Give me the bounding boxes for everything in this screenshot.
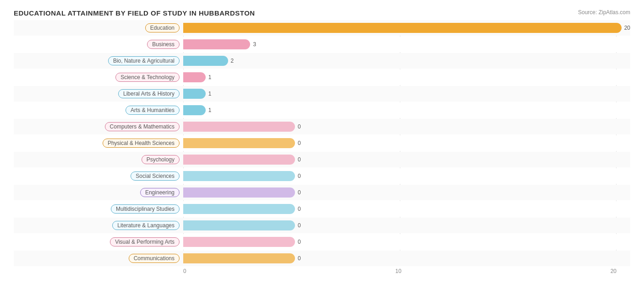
bar-label-pill: Liberal Arts & History <box>118 89 180 98</box>
bar-track: 1 <box>183 72 630 82</box>
bar-fill <box>183 105 206 115</box>
bar-fill <box>183 220 295 230</box>
bar-track: 0 <box>183 253 630 263</box>
bar-label-pill: Science & Technology <box>115 73 180 82</box>
bar-label-pill: Physical & Health Sciences <box>103 139 180 148</box>
bar-fill <box>183 72 206 82</box>
bar-row: Business3 <box>14 37 630 52</box>
bar-label-pill: Literature & Languages <box>112 221 180 230</box>
bar-value: 0 <box>298 189 301 196</box>
bar-track: 0 <box>183 138 630 148</box>
chart-title: EDUCATIONAL ATTAINMENT BY FIELD OF STUDY… <box>14 9 255 17</box>
bar-fill <box>183 237 295 247</box>
bar-row: Science & Technology1 <box>14 70 630 85</box>
bar-value: 2 <box>231 58 234 64</box>
bar-label-pill: Social Sciences <box>131 171 180 181</box>
x-axis-tick: 20 <box>611 268 617 274</box>
bar-track: 1 <box>183 89 630 99</box>
bar-label-pill: Visual & Performing Arts <box>110 237 180 246</box>
bar-track: 20 <box>183 23 630 33</box>
bar-label-pill: Education <box>145 23 180 32</box>
bar-label-pill: Psychology <box>142 155 180 164</box>
bar-track: 0 <box>183 220 630 230</box>
bar-track: 0 <box>183 187 630 198</box>
bar-label-pill: Arts & Humanities <box>126 106 180 115</box>
bar-track: 1 <box>183 105 630 115</box>
bar-track: 0 <box>183 204 630 214</box>
bar-track: 0 <box>183 237 630 247</box>
bar-value: 0 <box>298 206 301 212</box>
bar-row: Social Sciences0 <box>14 168 630 184</box>
bar-fill <box>183 89 206 99</box>
bar-value: 20 <box>624 25 630 31</box>
bar-value: 0 <box>298 255 301 262</box>
chart-area: Education20Business3Bio, Nature & Agricu… <box>14 20 630 266</box>
bar-value: 1 <box>208 107 212 113</box>
bar-row: Psychology0 <box>14 152 630 167</box>
bar-fill <box>183 56 228 66</box>
bar-row: Literature & Languages0 <box>14 218 630 233</box>
bar-row: Education20 <box>14 20 630 36</box>
bar-row: Liberal Arts & History1 <box>14 86 630 102</box>
chart-container: EDUCATIONAL ATTAINMENT BY FIELD OF STUDY… <box>14 9 630 274</box>
bar-row: Bio, Nature & Agricultural2 <box>14 53 630 69</box>
bar-value: 0 <box>298 140 301 146</box>
bar-track: 0 <box>183 171 630 181</box>
bar-fill <box>183 23 622 33</box>
bar-row: Multidisciplinary Studies0 <box>14 201 630 217</box>
bar-value: 0 <box>298 222 301 229</box>
bar-value: 1 <box>208 74 212 80</box>
bar-track: 0 <box>183 122 630 132</box>
bar-row: Physical & Health Sciences0 <box>14 135 630 151</box>
bar-row: Computers & Mathematics0 <box>14 119 630 134</box>
x-axis: 01020 <box>183 268 617 274</box>
bar-fill <box>183 138 295 148</box>
bar-value: 0 <box>298 156 301 163</box>
bar-value: 0 <box>298 173 301 179</box>
bar-row: Arts & Humanities1 <box>14 102 630 118</box>
x-axis-tick: 10 <box>395 268 401 274</box>
bar-fill <box>183 253 295 263</box>
bar-value: 0 <box>298 239 301 245</box>
bar-value: 0 <box>298 123 301 130</box>
bar-fill <box>183 155 295 165</box>
bar-value: 1 <box>208 91 212 97</box>
bar-row: Visual & Performing Arts0 <box>14 234 630 250</box>
bar-fill <box>183 187 295 198</box>
source-label: Source: ZipAtlas.com <box>578 9 630 16</box>
bar-label-pill: Computers & Mathematics <box>105 122 180 131</box>
bar-row: Communications0 <box>14 251 630 266</box>
bar-track: 0 <box>183 155 630 165</box>
bar-row: Engineering0 <box>14 185 630 200</box>
x-axis-tick: 0 <box>183 268 186 274</box>
bar-label-pill: Bio, Nature & Agricultural <box>108 56 180 65</box>
bar-track: 2 <box>183 56 630 66</box>
bar-value: 3 <box>253 41 256 48</box>
bar-fill <box>183 204 295 214</box>
bar-fill <box>183 171 295 181</box>
bar-label-pill: Multidisciplinary Studies <box>111 204 180 214</box>
bars-container: Education20Business3Bio, Nature & Agricu… <box>14 20 630 266</box>
bar-label-pill: Engineering <box>140 188 180 197</box>
bar-fill <box>183 39 250 49</box>
bar-fill <box>183 122 295 132</box>
bar-track: 3 <box>183 39 630 49</box>
bar-label-pill: Business <box>147 40 180 49</box>
bar-label-pill: Communications <box>129 254 180 263</box>
